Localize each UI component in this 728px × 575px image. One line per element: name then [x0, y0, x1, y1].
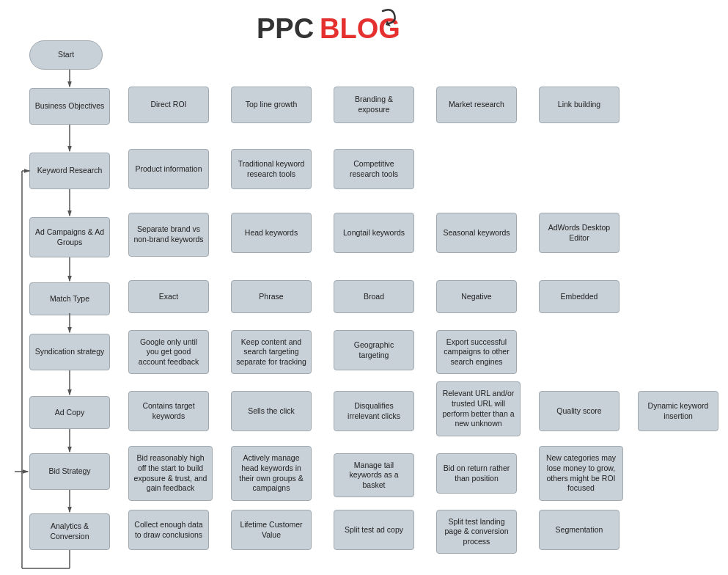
traditional-kw: Traditional keyword research tools — [231, 149, 312, 189]
dynamic-kw: Dynamic keyword insertion — [638, 391, 718, 431]
top-line-growth: Top line growth — [231, 87, 312, 123]
phrase: Phrase — [231, 280, 312, 313]
broad: Broad — [334, 280, 414, 313]
disqualifies: Disqualifies irrelevant clicks — [334, 391, 414, 431]
bid-high: Bid reasonably high off the start to bui… — [128, 446, 213, 501]
svg-text:PPC: PPC — [257, 13, 314, 44]
manage-tail: Manage tail keywords as a basket — [334, 453, 414, 497]
segmentation: Segmentation — [539, 510, 619, 550]
match-type: Match Type — [29, 282, 110, 315]
competitive-tools: Competitive research tools — [334, 149, 414, 189]
direct-roi: Direct ROI — [128, 87, 209, 123]
split-test: Split test ad copy — [334, 510, 414, 550]
separate-brand: Separate brand vs non-brand keywords — [128, 213, 209, 257]
google-only: Google only until you get good account f… — [128, 330, 209, 374]
ad-copy: Ad Copy — [29, 396, 110, 429]
branding: Branding & exposure — [334, 87, 414, 123]
product-info: Product information — [128, 149, 209, 189]
keep-content: Keep content and search targeting separa… — [231, 330, 312, 374]
analytics: Analytics & Conversion — [29, 513, 110, 550]
split-landing: Split test landing page & conversion pro… — [436, 510, 517, 554]
new-categories: New categories may lose money to grow, o… — [539, 446, 623, 501]
logo: PPC BLOG — [257, 7, 403, 48]
keyword-research: Keyword Research — [29, 153, 110, 189]
sells-click: Sells the click — [231, 391, 312, 431]
business-obj: Business Objectives — [29, 88, 110, 125]
bid-return: Bid on return rather than position — [436, 453, 517, 494]
quality-score: Quality score — [539, 391, 619, 431]
adwords-editor: AdWords Desktop Editor — [539, 213, 619, 253]
seasonal: Seasonal keywords — [436, 213, 517, 253]
collect-data: Collect enough data to draw conclusions — [128, 510, 209, 550]
embedded: Embedded — [539, 280, 619, 313]
longtail: Longtail keywords — [334, 213, 414, 253]
market-research: Market research — [436, 87, 517, 123]
link-building: Link building — [539, 87, 619, 123]
bid-strategy: Bid Strategy — [29, 453, 110, 490]
svg-text:BLOG: BLOG — [320, 13, 400, 44]
contains-target: Contains target keywords — [128, 391, 209, 431]
lifetime-value: Lifetime Customer Value — [231, 510, 312, 550]
exact: Exact — [128, 280, 209, 313]
export-campaigns: Export successful campaigns to other sea… — [436, 330, 517, 374]
geographic: Geographic targeting — [334, 330, 414, 370]
negative: Negative — [436, 280, 517, 313]
manage-head: Actively manage head keywords in their o… — [231, 446, 312, 501]
relevant-url: Relevant URL and/or trusted URL will per… — [436, 381, 521, 436]
start: Start — [29, 40, 103, 70]
page-wrapper: PPC BLOG StartBusiness ObjectivesKeyword… — [0, 0, 728, 575]
syndication: Syndication strategy — [29, 334, 110, 370]
head-keywords: Head keywords — [231, 213, 312, 253]
ad-campaigns: Ad Campaigns & Ad Groups — [29, 217, 110, 257]
